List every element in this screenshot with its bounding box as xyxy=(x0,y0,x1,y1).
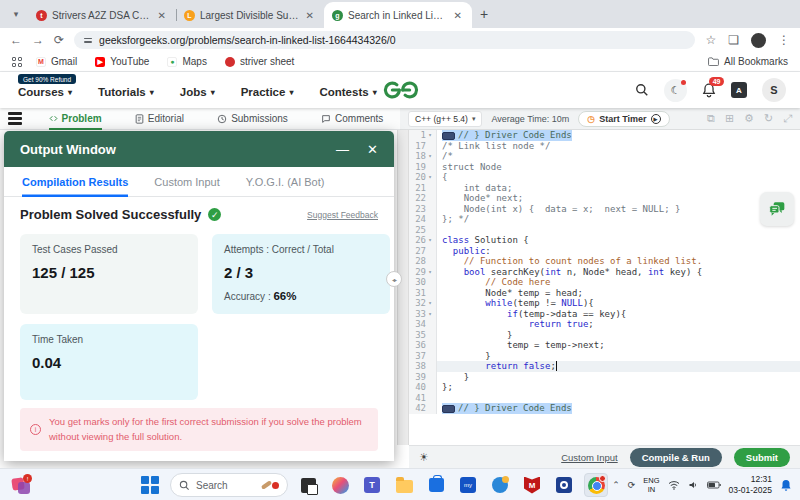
forward-icon[interactable]: → xyxy=(32,33,44,47)
widgets-icon[interactable]: ! xyxy=(10,474,32,496)
copy-icon[interactable]: ⧉ xyxy=(707,112,715,125)
app-icon-blue[interactable]: my xyxy=(456,473,480,497)
close-icon[interactable]: ✕ xyxy=(367,142,378,157)
minimize-icon[interactable]: — xyxy=(336,142,349,157)
tab-close-icon[interactable]: ✕ xyxy=(156,10,168,21)
code-line[interactable]: 22 Node* next; xyxy=(409,193,800,204)
code-line[interactable]: 24}; */ xyxy=(409,214,800,225)
fold-arrow-icon[interactable]: ▾ xyxy=(426,309,434,320)
fold-arrow-icon[interactable]: ▾ xyxy=(426,298,434,309)
notifications-bell[interactable]: 49 xyxy=(702,83,716,98)
code-line[interactable]: 37 } xyxy=(409,351,800,362)
bookmark-item[interactable]: ●Maps xyxy=(167,56,206,67)
fold-arrow-icon[interactable]: ▾ xyxy=(426,235,434,246)
copilot-icon[interactable] xyxy=(328,473,352,497)
output-tab-custom-input[interactable]: Custom Input xyxy=(154,167,219,197)
submit-button[interactable]: Submit xyxy=(734,448,790,467)
start-timer-button[interactable]: ◷ Start Timer ▶ xyxy=(578,111,669,127)
code-line[interactable]: 33▾ if(temp->data == key){ xyxy=(409,309,800,320)
code-fold-badge-icon[interactable] xyxy=(442,132,455,140)
code-editor[interactable]: 1▾// } Driver Code Ends17/* Link list no… xyxy=(409,130,800,445)
browser-profile-avatar[interactable] xyxy=(751,33,766,48)
taskbar-search-box[interactable]: Search xyxy=(170,473,288,497)
translate-icon[interactable]: A xyxy=(731,82,747,98)
mcafee-icon[interactable]: M xyxy=(520,473,544,497)
user-avatar[interactable]: S xyxy=(762,78,786,102)
code-line[interactable]: 39 } xyxy=(409,372,800,383)
taskbar-clock[interactable]: 12:3103-01-2025 xyxy=(729,474,772,495)
tab-close-icon[interactable]: ✕ xyxy=(304,10,316,21)
output-tab-y-o-g-i-ai-bot-[interactable]: Y.O.G.I. (AI Bot) xyxy=(246,167,325,197)
chat-fab-button[interactable] xyxy=(760,192,794,226)
tab-close-icon[interactable]: ✕ xyxy=(452,10,464,21)
bookmark-item[interactable]: striver sheet xyxy=(225,56,294,67)
get-help-icon[interactable] xyxy=(488,473,512,497)
code-line[interactable]: 27 public: xyxy=(409,246,800,257)
search-icon[interactable] xyxy=(635,83,649,97)
code-line[interactable]: 31 Node* temp = head; xyxy=(409,288,800,299)
browser-tab[interactable]: tStrivers A2Z DSA Course/Sheet✕ xyxy=(28,2,176,28)
code-line[interactable]: 41 xyxy=(409,393,800,404)
fold-arrow-icon[interactable]: ▾ xyxy=(426,151,434,162)
browser-menu-icon[interactable]: ⋮ xyxy=(778,33,790,47)
browser-tab[interactable]: LLargest Divisible Subset - LeetC✕ xyxy=(176,2,324,28)
extensions-icon[interactable]: ❏ xyxy=(728,33,739,47)
chrome-icon[interactable] xyxy=(584,473,608,497)
language-select[interactable]: C++ (g++ 5.4) xyxy=(408,111,482,127)
output-tab-compilation-results[interactable]: Compilation Results xyxy=(22,167,128,197)
new-tab-button[interactable]: + xyxy=(480,6,488,22)
code-line[interactable]: 38 return false; xyxy=(409,361,800,372)
wifi-icon[interactable] xyxy=(668,480,680,490)
reload-icon[interactable]: ⟳ xyxy=(54,33,64,47)
task-view-icon[interactable] xyxy=(296,473,320,497)
site-settings-icon[interactable] xyxy=(84,38,92,43)
code-line[interactable]: 18▾/* xyxy=(409,151,800,162)
code-line[interactable]: 29▾ bool searchKey(int n, Node* head, in… xyxy=(409,267,800,278)
code-line[interactable]: 25 xyxy=(409,225,800,236)
code-fold-badge-icon[interactable] xyxy=(442,405,455,413)
bookmark-star-icon[interactable]: ☆ xyxy=(705,33,716,47)
nav-item-tutorials[interactable]: Tutorials xyxy=(98,86,154,98)
compile-run-button[interactable]: Compile & Run xyxy=(630,448,722,467)
url-field[interactable]: geeksforgeeks.org/problems/search-in-lin… xyxy=(74,31,695,49)
code-line[interactable]: 23 Node(int x) { data = x; next = NULL; … xyxy=(409,204,800,215)
start-button[interactable] xyxy=(138,473,162,497)
tab-comments[interactable]: Comments xyxy=(321,108,383,130)
fullscreen-icon[interactable]: ⤢ xyxy=(783,112,792,125)
reset-code-icon[interactable]: ↻ xyxy=(764,112,773,125)
code-line[interactable]: 21 int data; xyxy=(409,183,800,194)
battery-icon[interactable] xyxy=(707,481,721,489)
language-indicator[interactable]: ENGIN xyxy=(643,476,659,494)
bookmark-item[interactable]: MGmail xyxy=(36,56,77,67)
code-line[interactable]: 17/* Link list node */ xyxy=(409,141,800,152)
all-bookmarks-button[interactable]: All Bookmarks xyxy=(708,56,788,67)
back-icon[interactable]: ← xyxy=(10,33,22,47)
code-line[interactable]: 36 temp = temp->next; xyxy=(409,340,800,351)
nav-item-jobs[interactable]: Jobs xyxy=(180,86,215,98)
fold-arrow-icon[interactable]: ▾ xyxy=(426,172,434,183)
tab-search-chevron-icon[interactable]: ▾ xyxy=(6,4,26,24)
code-line[interactable]: 32▾ while(temp != NULL){ xyxy=(409,298,800,309)
fold-arrow-icon[interactable]: ▾ xyxy=(426,267,434,278)
code-line[interactable]: 28 // Function to count nodes of a linke… xyxy=(409,256,800,267)
settings-icon[interactable]: ⚙ xyxy=(744,112,754,125)
code-line[interactable]: 20▾{ xyxy=(409,172,800,183)
gfg-logo[interactable] xyxy=(382,79,420,101)
code-line[interactable]: 34 return true; xyxy=(409,319,800,330)
apps-grid-icon[interactable] xyxy=(12,57,22,67)
code-line[interactable]: 30 // Code here xyxy=(409,277,800,288)
notification-center-bell-icon[interactable] xyxy=(780,479,792,492)
sync-icon[interactable]: ⟳ xyxy=(628,480,636,490)
nav-item-practice[interactable]: Practice xyxy=(241,86,294,98)
volume-icon[interactable] xyxy=(688,480,699,490)
url-text[interactable]: geeksforgeeks.org/problems/search-in-lin… xyxy=(99,34,396,46)
tab-problem[interactable]: Problem xyxy=(49,108,102,130)
microsoft-store-icon[interactable] xyxy=(424,473,448,497)
code-line[interactable]: 1▾// } Driver Code Ends xyxy=(409,130,800,141)
fold-arrow-icon[interactable]: ▾ xyxy=(426,130,434,141)
teams-icon[interactable]: T xyxy=(360,473,384,497)
tab-editorial[interactable]: Editorial xyxy=(135,108,184,130)
refund-badge[interactable]: Get 90% Refund xyxy=(18,74,76,84)
download-icon[interactable]: ⊞ xyxy=(725,112,734,125)
code-line[interactable]: 42// } Driver Code Ends xyxy=(409,403,800,414)
